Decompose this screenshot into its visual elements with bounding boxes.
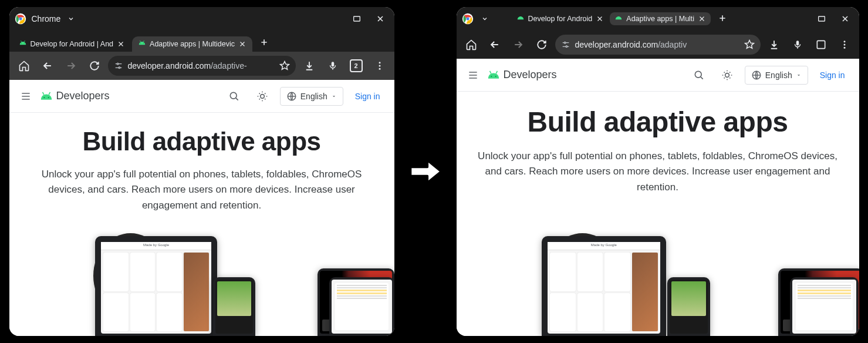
svg-rect-12 xyxy=(331,62,334,66)
globe-icon xyxy=(286,91,297,102)
hero-title: Build adaptive apps xyxy=(528,106,788,138)
svg-point-11 xyxy=(119,67,120,69)
home-button[interactable] xyxy=(14,56,34,76)
brand-text: Developers xyxy=(56,90,110,102)
reload-button[interactable] xyxy=(532,35,552,55)
download-icon[interactable] xyxy=(299,56,319,76)
close-icon[interactable] xyxy=(698,15,706,23)
svg-point-30 xyxy=(843,44,845,46)
theme-toggle-button[interactable] xyxy=(717,65,738,86)
forward-button[interactable] xyxy=(508,35,528,55)
language-selector[interactable]: English xyxy=(745,66,808,85)
svg-point-3 xyxy=(23,43,24,43)
mic-icon[interactable] xyxy=(788,35,808,55)
svg-point-7 xyxy=(143,43,144,43)
mic-icon[interactable] xyxy=(323,56,343,76)
star-icon[interactable] xyxy=(279,60,290,71)
back-button[interactable] xyxy=(38,56,58,76)
window-titlebar: Chrome xyxy=(9,7,394,31)
tab-title: Develop for Android xyxy=(528,15,593,23)
android-head-icon xyxy=(487,70,500,80)
hamburger-menu-button[interactable] xyxy=(466,68,480,82)
app-name: Chrome xyxy=(32,14,61,23)
svg-point-25 xyxy=(564,42,566,43)
tab-switcher-button[interactable]: 2 xyxy=(346,56,366,76)
search-button[interactable] xyxy=(224,86,245,107)
tab-title: Adaptive apps | Multidevic xyxy=(150,40,235,48)
arrow-right-icon xyxy=(405,151,446,192)
tab-title: Develop for Android | And xyxy=(31,40,114,48)
svg-point-13 xyxy=(379,62,380,63)
tab-strip: Develop for Android | And Adaptive apps … xyxy=(9,31,394,52)
close-icon[interactable] xyxy=(117,40,125,48)
svg-point-10 xyxy=(117,63,119,65)
site-settings-icon[interactable] xyxy=(114,61,123,70)
chrome-window-right: Develop for Android Adaptive apps | Mult… xyxy=(457,7,859,336)
forward-button[interactable] xyxy=(61,56,81,76)
svg-line-18 xyxy=(42,92,43,95)
hero-title: Build adaptive apps xyxy=(82,127,320,156)
svg-line-9 xyxy=(143,41,144,42)
chrome-window-left: Chrome Develop for Android | And Adaptiv… xyxy=(9,7,394,336)
theme-toggle-button[interactable] xyxy=(252,86,273,107)
tab-title: Adaptive apps | Multi xyxy=(626,15,694,23)
url-text: developer.android.com/adaptiv xyxy=(575,40,739,49)
svg-point-15 xyxy=(379,68,380,70)
address-bar[interactable]: developer.android.com/adaptiv xyxy=(555,35,761,55)
window-close-button[interactable] xyxy=(836,9,855,28)
browser-tab-active[interactable]: Adaptive apps | Multidevic xyxy=(132,36,252,52)
tab-switcher-button[interactable] xyxy=(811,35,831,55)
chrome-icon xyxy=(14,12,27,25)
svg-line-35 xyxy=(496,70,497,73)
android-favicon-icon xyxy=(516,15,525,23)
svg-line-5 xyxy=(24,41,25,42)
svg-line-34 xyxy=(489,70,491,73)
close-icon[interactable] xyxy=(238,40,246,48)
android-head-icon xyxy=(40,92,53,101)
browser-toolbar: developer.android.com/adaptiv xyxy=(457,31,859,59)
android-favicon-icon xyxy=(614,15,623,23)
hamburger-menu-button[interactable] xyxy=(19,89,33,103)
browser-tab[interactable]: Develop for Android xyxy=(512,12,609,25)
svg-point-32 xyxy=(491,75,492,76)
language-label: English xyxy=(300,92,327,101)
laptop-titlebar: Made by Google xyxy=(548,242,660,250)
hero-section: Build adaptive apps Unlock your app's fu… xyxy=(457,92,859,336)
reload-button[interactable] xyxy=(85,56,104,76)
back-button[interactable] xyxy=(485,35,505,55)
search-button[interactable] xyxy=(688,65,710,86)
url-text: developer.android.com/adaptive- xyxy=(128,61,275,70)
window-maximize-button[interactable] xyxy=(347,9,366,28)
site-header: Developers English Sign in xyxy=(457,59,859,92)
svg-point-6 xyxy=(140,43,141,43)
sign-in-link[interactable]: Sign in xyxy=(350,88,385,105)
laptop-titlebar: Made by Google xyxy=(101,242,212,250)
menu-button[interactable] xyxy=(370,56,390,76)
hero-body: Unlock your app's full potential on phon… xyxy=(476,149,840,195)
hero-section: Build adaptive apps Unlock your app's fu… xyxy=(9,113,394,336)
new-tab-button[interactable] xyxy=(256,34,272,51)
svg-point-16 xyxy=(43,96,45,97)
close-icon[interactable] xyxy=(596,15,604,23)
site-header: Developers English Sign in xyxy=(9,80,394,113)
developers-logo[interactable]: Developers xyxy=(40,90,110,102)
browser-tab-active[interactable]: Adaptive apps | Multi xyxy=(610,12,711,25)
star-icon[interactable] xyxy=(744,39,755,50)
chevron-down-icon[interactable] xyxy=(65,15,77,22)
site-settings-icon[interactable] xyxy=(561,40,570,49)
home-button[interactable] xyxy=(461,35,481,55)
sign-in-link[interactable]: Sign in xyxy=(815,67,850,83)
android-favicon-icon xyxy=(138,40,146,48)
chevron-down-icon[interactable] xyxy=(479,15,491,22)
page-content: Developers English Sign in Build adaptiv… xyxy=(9,80,394,336)
browser-tab[interactable]: Develop for Android | And xyxy=(13,36,131,52)
menu-button[interactable] xyxy=(835,35,855,55)
new-tab-button[interactable] xyxy=(714,10,731,26)
developers-logo[interactable]: Developers xyxy=(487,69,557,81)
svg-line-4 xyxy=(21,41,21,42)
window-maximize-button[interactable] xyxy=(812,9,831,28)
language-selector[interactable]: English xyxy=(280,87,343,106)
address-bar[interactable]: developer.android.com/adaptive- xyxy=(108,56,296,76)
download-icon[interactable] xyxy=(764,35,784,55)
window-close-button[interactable] xyxy=(371,9,390,28)
